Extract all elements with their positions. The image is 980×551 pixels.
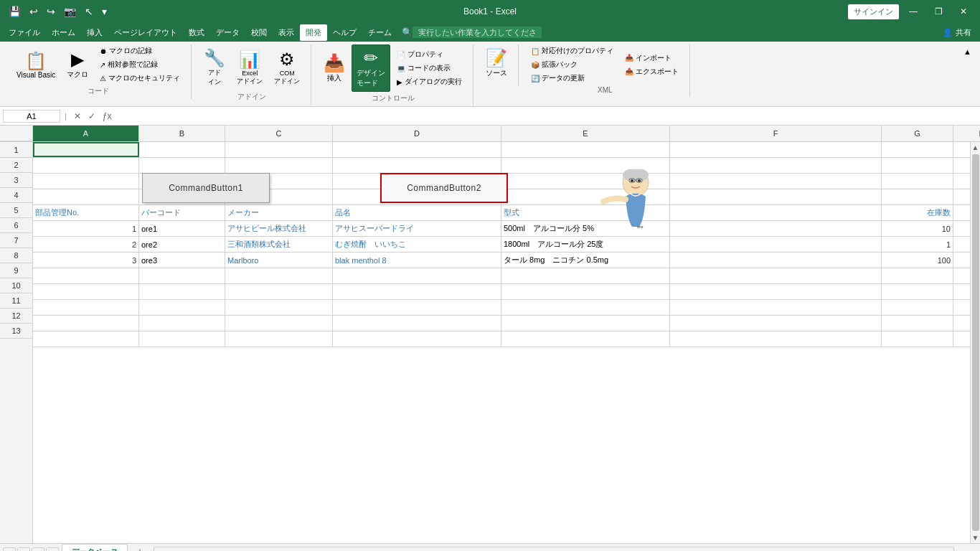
- cell-a6[interactable]: 1: [33, 221, 139, 236]
- col-header-h[interactable]: H: [953, 126, 980, 141]
- col-header-f[interactable]: F: [670, 126, 882, 141]
- scroll-thumb[interactable]: [972, 154, 979, 531]
- undo-icon[interactable]: ↩: [27, 4, 41, 19]
- signin-button[interactable]: サインイン: [848, 4, 899, 19]
- cell-f8[interactable]: [670, 253, 882, 268]
- ribbon-btn-vba[interactable]: 📋 Visual Basic: [11, 47, 60, 83]
- cell-d8[interactable]: blak menthol 8: [333, 253, 501, 268]
- cell-b2[interactable]: [139, 158, 225, 173]
- ribbon-btn-expansion-pack[interactable]: 📦 拡張パック: [526, 58, 618, 71]
- col-header-b[interactable]: B: [139, 126, 225, 141]
- ribbon-btn-map-properties[interactable]: 📋 対応付けのプロパティ: [526, 44, 618, 57]
- ribbon-btn-design-mode[interactable]: ✏ デザインモード: [352, 44, 390, 92]
- ribbon-btn-export[interactable]: 📤 エクスポート: [620, 65, 684, 78]
- cell-g7[interactable]: 1: [882, 237, 953, 252]
- cell-g8[interactable]: 100: [882, 253, 953, 268]
- col-header-a[interactable]: A: [33, 126, 139, 141]
- cancel-formula-btn[interactable]: ✕: [71, 110, 84, 123]
- ribbon-btn-excel-addin[interactable]: 📊 Excelアドイン: [232, 46, 268, 90]
- cell-a4[interactable]: [33, 189, 139, 204]
- menu-team[interactable]: チーム: [362, 24, 397, 41]
- cell-a1[interactable]: [33, 142, 139, 157]
- cell-a3[interactable]: [33, 174, 139, 189]
- scroll-down-btn[interactable]: ▼: [971, 532, 980, 543]
- cell-f6[interactable]: [670, 221, 882, 236]
- menu-formula[interactable]: 数式: [183, 24, 210, 41]
- cell-d6[interactable]: アサヒスーパードライ: [333, 221, 501, 236]
- ribbon-btn-record-macro[interactable]: ⏺ マクロの記録: [95, 44, 185, 57]
- cell-e7[interactable]: 1800ml アルコール分 25度: [501, 237, 670, 252]
- ribbon-btn-com-addin[interactable]: ⚙ COMアドイン: [269, 46, 305, 90]
- command-button-1[interactable]: CommandButton1: [142, 173, 270, 203]
- cell-e9[interactable]: [501, 268, 670, 283]
- cell-d5[interactable]: 品名: [333, 205, 501, 220]
- menu-view[interactable]: 表示: [273, 24, 300, 41]
- sheet-nav-first[interactable]: ◀◀: [3, 547, 16, 551]
- confirm-formula-btn[interactable]: ✓: [85, 110, 98, 123]
- save-icon[interactable]: 💾: [6, 4, 24, 19]
- close-button[interactable]: ✕: [953, 4, 974, 19]
- cell-b7[interactable]: ore2: [139, 237, 225, 252]
- ribbon-btn-source[interactable]: 📝 ソース: [481, 44, 512, 82]
- ribbon-btn-properties[interactable]: 📄 プロパティ: [392, 48, 467, 61]
- row-header-8[interactable]: 8: [0, 248, 32, 263]
- cell-f2[interactable]: [670, 158, 882, 173]
- cell-e1[interactable]: [501, 142, 670, 157]
- screenshot-icon[interactable]: 📷: [61, 4, 79, 19]
- cell-g9[interactable]: [882, 268, 953, 283]
- corner-cell[interactable]: [0, 126, 33, 141]
- cell-b9[interactable]: [139, 268, 225, 283]
- cell-f1[interactable]: [670, 142, 882, 157]
- col-header-g[interactable]: G: [882, 126, 953, 141]
- cell-g6[interactable]: 10: [882, 221, 953, 236]
- cell-c2[interactable]: [225, 158, 333, 173]
- cell-c1[interactable]: [225, 142, 333, 157]
- ribbon-btn-insert-control[interactable]: 📥 挿入: [319, 50, 350, 87]
- cell-a8[interactable]: 3: [33, 253, 139, 268]
- menu-data[interactable]: データ: [210, 24, 245, 41]
- cell-c9[interactable]: [225, 268, 333, 283]
- cell-g3[interactable]: [882, 174, 953, 189]
- cell-g1[interactable]: [882, 142, 953, 157]
- menu-developer[interactable]: 開発: [300, 24, 327, 41]
- ribbon-btn-macro[interactable]: ▶ マクロ: [62, 46, 93, 83]
- menu-file[interactable]: ファイル: [3, 24, 46, 41]
- cell-b5[interactable]: バーコード: [139, 205, 225, 220]
- row-header-4[interactable]: 4: [0, 188, 32, 203]
- cell-d1[interactable]: [333, 142, 501, 157]
- vertical-scrollbar[interactable]: ▲ ▼: [970, 142, 980, 543]
- ribbon-btn-refresh-data[interactable]: 🔄 データの更新: [526, 72, 618, 85]
- cell-b6[interactable]: ore1: [139, 221, 225, 236]
- cell-g2[interactable]: [882, 158, 953, 173]
- ribbon-expand-btn[interactable]: ▲: [961, 44, 974, 59]
- row-header-9[interactable]: 9: [0, 263, 32, 278]
- cell-a2[interactable]: [33, 158, 139, 173]
- row-header-10[interactable]: 10: [0, 278, 32, 293]
- command-button-2[interactable]: CommandButton2: [380, 173, 508, 203]
- cell-g5[interactable]: 在庫数: [882, 205, 953, 220]
- row-header-12[interactable]: 12: [0, 309, 32, 324]
- row-header-7[interactable]: 7: [0, 233, 32, 248]
- menu-review[interactable]: 校閲: [245, 24, 273, 41]
- cell-c7[interactable]: 三和酒類株式会社: [225, 237, 333, 252]
- cell-a7[interactable]: 2: [33, 237, 139, 252]
- restore-button[interactable]: ❐: [928, 4, 950, 19]
- scroll-up-btn[interactable]: ▲: [971, 142, 980, 153]
- row-header-6[interactable]: 6: [0, 218, 32, 233]
- cell-d7[interactable]: むぎ焼酎 いいちこ: [333, 237, 501, 252]
- ribbon-btn-import[interactable]: 📥 インポート: [620, 52, 684, 65]
- horizontal-scrollbar[interactable]: [154, 547, 954, 551]
- cell-d2[interactable]: [333, 158, 501, 173]
- cell-f3[interactable]: [670, 174, 882, 189]
- menu-help[interactable]: ヘルプ: [327, 24, 362, 41]
- cell-b1[interactable]: [139, 142, 225, 157]
- cell-a9[interactable]: [33, 268, 139, 283]
- row-header-5[interactable]: 5: [0, 203, 32, 218]
- cell-c5[interactable]: メーカー: [225, 205, 333, 220]
- add-sheet-button[interactable]: ＋: [129, 543, 151, 551]
- ribbon-btn-run-dialog[interactable]: ▶ ダイアログの実行: [392, 75, 467, 88]
- minimize-button[interactable]: —: [902, 4, 925, 19]
- cell-c8[interactable]: Marlboro: [225, 253, 333, 268]
- cell-f4[interactable]: [670, 189, 882, 204]
- redo-icon[interactable]: ↪: [44, 4, 58, 19]
